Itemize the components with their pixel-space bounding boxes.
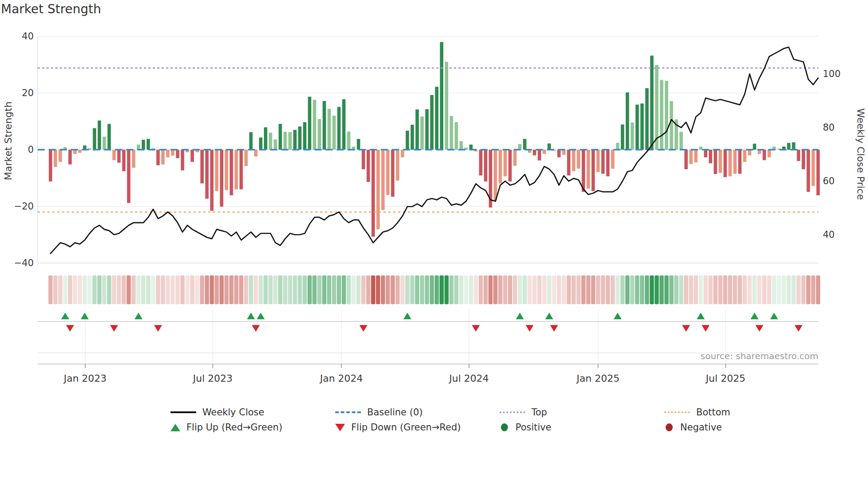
strength-bar (235, 150, 238, 190)
heatmap-cell (386, 275, 390, 304)
heatmap-cell (264, 275, 268, 304)
baseline-dash-swatch-icon (335, 411, 361, 413)
strength-bar (767, 150, 771, 157)
strength-bar (117, 150, 121, 163)
flip-down-marker (756, 325, 763, 332)
heatmap-cell (415, 275, 419, 304)
flip-up-marker (751, 313, 759, 319)
strength-bar (792, 142, 795, 150)
strength-bar (640, 104, 644, 150)
heatmap-cell (645, 275, 649, 304)
heatmap-cell (215, 275, 219, 304)
strength-bar (484, 150, 488, 182)
strength-bar (313, 100, 316, 150)
chart-canvas: Jan 2023Jul 2023Jan 2024Jul 2024Jan 2025… (0, 0, 868, 488)
heatmap-cell (146, 275, 151, 304)
heatmap-cell (552, 275, 556, 304)
strength-bar (78, 150, 81, 153)
heatmap-cell (464, 275, 469, 304)
heatmap-cell (195, 275, 199, 304)
heatmap-cell (513, 275, 517, 304)
heatmap-cell (806, 275, 810, 304)
x-tick-label: Jul 2024 (448, 373, 489, 384)
flip-down-marker (526, 325, 534, 332)
strength-bar (728, 150, 732, 176)
strength-bar (460, 141, 463, 150)
strength-bar (611, 150, 615, 169)
strength-bar (333, 116, 336, 150)
heatmap-cell (381, 275, 385, 304)
strength-bar (606, 150, 610, 176)
flip-up-marker (545, 313, 553, 319)
strength-bar (538, 150, 541, 160)
strength-bar (811, 150, 815, 186)
heatmap-cell (205, 275, 209, 304)
strength-bar (626, 93, 629, 150)
heatmap-cell (68, 275, 72, 304)
strength-bar (694, 150, 698, 163)
heatmap-cell (132, 275, 136, 304)
strength-bar (372, 150, 375, 236)
x-tick-label: Jul 2023 (192, 373, 233, 384)
strength-bar (787, 143, 790, 150)
flip-down-marker (550, 325, 558, 332)
flip-up-marker (770, 313, 778, 319)
right-tick-label: 40 (823, 229, 835, 240)
legend-label: Weekly Close (202, 407, 264, 418)
strength-bar (719, 150, 722, 173)
strength-bar (347, 132, 351, 150)
strength-bar (592, 150, 595, 191)
strength-bar (396, 150, 399, 181)
strength-bar (542, 150, 546, 154)
strength-bar (494, 150, 497, 201)
strength-bar (112, 150, 116, 160)
right-tick-label: 80 (823, 122, 835, 133)
strength-bar (249, 132, 253, 150)
heatmap-cell (796, 275, 801, 304)
heatmap-cell (141, 275, 146, 304)
heatmap-cell (127, 275, 131, 304)
strength-bar (547, 143, 551, 150)
strength-bar (597, 150, 600, 172)
heatmap-cell (307, 275, 312, 304)
heatmap-cell (395, 275, 400, 304)
heatmap-cell (709, 275, 713, 304)
legend-label: Flip Up (Red→Green) (186, 422, 283, 433)
heatmap-cell (572, 275, 576, 304)
strength-bar (479, 150, 483, 175)
heatmap-cell (78, 275, 82, 304)
heatmap-cell (425, 275, 429, 304)
strength-bar (132, 150, 136, 168)
strength-bar (425, 109, 429, 150)
heatmap-cell (699, 275, 703, 304)
heatmap-cell (220, 275, 224, 304)
heatmap-cell (254, 275, 258, 304)
flip-down-marker (701, 325, 709, 332)
strength-bar (763, 150, 766, 160)
strength-bar (714, 150, 717, 174)
heatmap-cell (738, 275, 742, 304)
heatmap-cell (620, 275, 625, 304)
negative-circle-icon (666, 423, 673, 431)
strength-bar (450, 116, 453, 150)
heatmap-cell (210, 275, 214, 304)
legend-label: Baseline (0) (367, 407, 422, 418)
strength-bar (679, 132, 683, 150)
strength-bar (572, 150, 575, 171)
heatmap-cell (97, 275, 102, 304)
strength-bar (298, 127, 302, 150)
heatmap-cell (723, 275, 728, 304)
strength-bar (621, 124, 624, 150)
strength-bar (166, 150, 170, 157)
strength-bar (386, 150, 390, 195)
strength-bar (709, 150, 713, 163)
strength-bar (269, 133, 272, 150)
heatmap-cell (166, 275, 170, 304)
heatmap-cell (523, 275, 527, 304)
heatmap-cell (327, 275, 332, 304)
heatmap-cell (562, 275, 566, 304)
strength-bar (205, 150, 209, 199)
heatmap-cell (278, 275, 283, 304)
heatmap-cell (439, 275, 444, 304)
strength-bar (724, 150, 727, 177)
